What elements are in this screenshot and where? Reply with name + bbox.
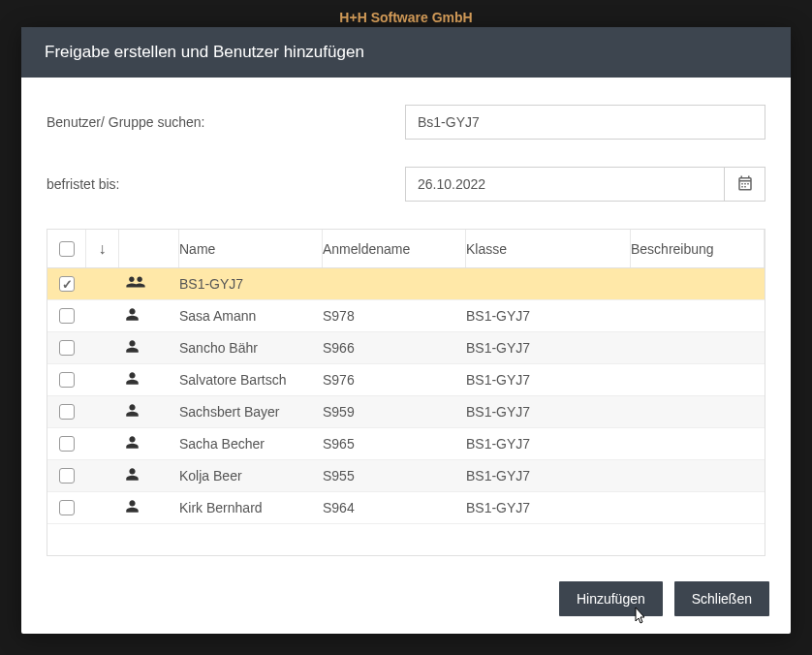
- row-class: BS1-GYJ7: [466, 372, 631, 388]
- table-row[interactable]: Sachsbert BayerS959BS1-GYJ7: [47, 396, 765, 428]
- group-icon: [125, 274, 146, 294]
- user-icon: [125, 371, 140, 390]
- date-row: befristet bis:: [47, 167, 765, 202]
- row-login: S976: [323, 372, 466, 388]
- row-name: Salvatore Bartsch: [179, 372, 323, 388]
- user-table: ↓ Name Anmeldename Klasse Beschreibung B…: [47, 229, 765, 556]
- modal-title: Freigabe erstellen und Benutzer hinzufüg…: [21, 27, 791, 78]
- arrow-down-icon: ↓: [99, 240, 107, 258]
- search-row: Benutzer/ Gruppe suchen:: [47, 105, 765, 140]
- sort-column-header[interactable]: ↓: [86, 230, 119, 267]
- date-label: befristet bis:: [47, 176, 405, 192]
- table-row[interactable]: BS1-GYJ7: [47, 268, 765, 300]
- user-icon: [125, 307, 140, 326]
- row-login: S959: [323, 404, 466, 420]
- row-name: Kolja Beer: [179, 468, 323, 483]
- row-checkbox[interactable]: [59, 372, 75, 388]
- row-class: BS1-GYJ7: [466, 468, 631, 483]
- type-column-header[interactable]: [119, 230, 179, 267]
- modal-footer: Hinzufügen Schließen: [21, 566, 791, 634]
- select-all-checkbox[interactable]: [59, 241, 75, 257]
- user-icon: [125, 339, 140, 358]
- login-column-header[interactable]: Anmeldename: [323, 230, 466, 267]
- close-button[interactable]: Schließen: [674, 581, 769, 616]
- table-body[interactable]: BS1-GYJ7Sasa AmannS978BS1-GYJ7Sancho Bäh…: [47, 268, 765, 555]
- name-column-header[interactable]: Name: [179, 230, 323, 267]
- modal-dialog: Freigabe erstellen und Benutzer hinzufüg…: [21, 27, 791, 634]
- user-icon: [125, 403, 140, 421]
- table-row[interactable]: Kolja BeerS955BS1-GYJ7: [47, 460, 765, 492]
- row-checkbox[interactable]: [59, 276, 75, 292]
- row-login: S955: [323, 468, 466, 483]
- row-name: Sachsbert Bayer: [179, 404, 323, 420]
- modal-body: Benutzer/ Gruppe suchen: befristet bis:: [21, 78, 791, 566]
- row-class: BS1-GYJ7: [466, 436, 631, 452]
- row-name: Sacha Becher: [179, 436, 323, 452]
- row-checkbox[interactable]: [59, 500, 75, 515]
- row-class: BS1-GYJ7: [466, 308, 631, 324]
- date-input[interactable]: [405, 167, 725, 202]
- table-row[interactable]: Sacha BecherS965BS1-GYJ7: [47, 428, 765, 460]
- add-button[interactable]: Hinzufügen: [559, 581, 663, 616]
- row-checkbox[interactable]: [59, 308, 75, 324]
- table-row[interactable]: Kirk BernhardS964BS1-GYJ7: [47, 492, 765, 524]
- row-checkbox[interactable]: [59, 404, 75, 420]
- row-checkbox[interactable]: [59, 340, 75, 356]
- calendar-button[interactable]: [725, 167, 765, 202]
- calendar-icon: [736, 174, 754, 195]
- class-column-header[interactable]: Klasse: [466, 230, 631, 267]
- user-icon: [125, 435, 140, 453]
- table-row[interactable]: Sancho BährS966BS1-GYJ7: [47, 332, 765, 364]
- row-class: BS1-GYJ7: [466, 404, 631, 420]
- row-name: BS1-GYJ7: [179, 276, 323, 292]
- user-icon: [125, 467, 140, 485]
- row-name: Kirk Bernhard: [179, 500, 323, 515]
- row-name: Sancho Bähr: [179, 340, 323, 356]
- row-checkbox[interactable]: [59, 468, 75, 483]
- row-login: S978: [323, 308, 466, 324]
- row-login: S966: [323, 340, 466, 356]
- row-name: Sasa Amann: [179, 308, 323, 324]
- search-label: Benutzer/ Gruppe suchen:: [47, 114, 405, 130]
- row-login: S964: [323, 500, 466, 515]
- row-checkbox[interactable]: [59, 436, 75, 452]
- user-icon: [125, 499, 140, 517]
- search-input[interactable]: [405, 105, 765, 140]
- table-row[interactable]: Salvatore BartschS976BS1-GYJ7: [47, 364, 765, 396]
- table-header-row: ↓ Name Anmeldename Klasse Beschreibung: [47, 230, 765, 268]
- row-class: BS1-GYJ7: [466, 500, 631, 515]
- desc-column-header[interactable]: Beschreibung: [631, 230, 765, 267]
- row-class: BS1-GYJ7: [466, 340, 631, 356]
- table-row[interactable]: Sasa AmannS978BS1-GYJ7: [47, 300, 765, 332]
- row-login: S965: [323, 436, 466, 452]
